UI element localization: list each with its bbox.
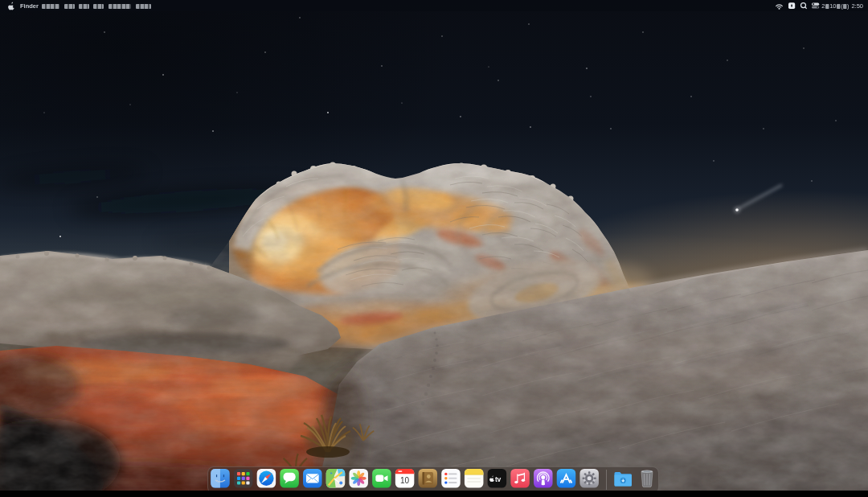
svg-text:tv: tv [495, 475, 502, 483]
svg-text:10: 10 [400, 476, 410, 485]
